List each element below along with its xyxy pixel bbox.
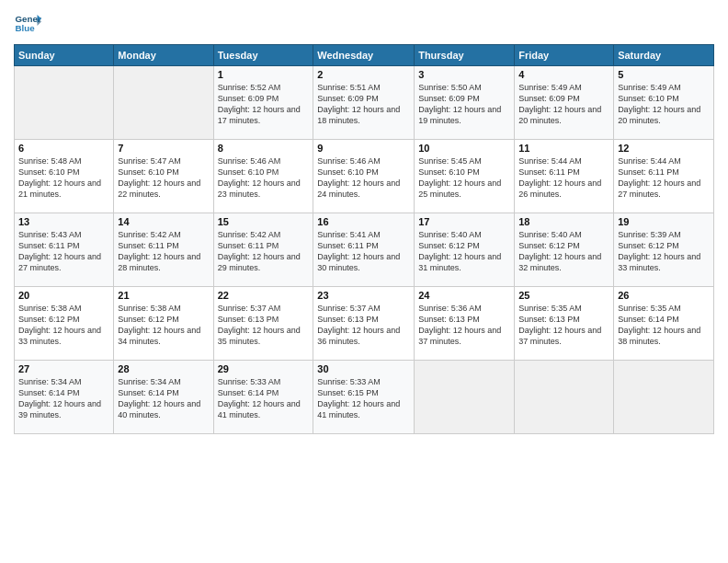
calendar-cell: 18Sunrise: 5:40 AM Sunset: 6:12 PM Dayli… [515,213,614,287]
calendar-cell: 4Sunrise: 5:49 AM Sunset: 6:09 PM Daylig… [515,66,614,140]
calendar-cell: 13Sunrise: 5:43 AM Sunset: 6:11 PM Dayli… [15,213,114,287]
day-info: Sunrise: 5:42 AM Sunset: 6:11 PM Dayligh… [218,229,310,274]
day-number: 26 [618,290,710,301]
day-number: 14 [118,216,209,227]
calendar-cell [15,66,114,140]
day-info: Sunrise: 5:33 AM Sunset: 6:15 PM Dayligh… [317,376,410,421]
day-info: Sunrise: 5:37 AM Sunset: 6:13 PM Dayligh… [218,303,310,348]
day-number: 29 [218,363,310,374]
calendar-cell: 17Sunrise: 5:40 AM Sunset: 6:12 PM Dayli… [415,213,515,287]
calendar-cell: 21Sunrise: 5:38 AM Sunset: 6:12 PM Dayli… [114,287,213,361]
day-number: 23 [317,290,410,301]
weekday-header-sunday: Sunday [15,45,114,66]
day-number: 6 [18,143,109,154]
calendar-cell: 15Sunrise: 5:42 AM Sunset: 6:11 PM Dayli… [213,213,313,287]
day-number: 2 [317,69,410,80]
calendar-cell: 24Sunrise: 5:36 AM Sunset: 6:13 PM Dayli… [415,287,515,361]
calendar-cell: 19Sunrise: 5:39 AM Sunset: 6:12 PM Dayli… [614,213,714,287]
day-info: Sunrise: 5:43 AM Sunset: 6:11 PM Dayligh… [18,229,109,274]
weekday-header-saturday: Saturday [614,45,714,66]
weekday-header-wednesday: Wednesday [313,45,415,66]
day-number: 12 [618,143,710,154]
day-info: Sunrise: 5:49 AM Sunset: 6:10 PM Dayligh… [618,82,710,127]
day-info: Sunrise: 5:33 AM Sunset: 6:14 PM Dayligh… [218,376,310,421]
calendar-cell: 12Sunrise: 5:44 AM Sunset: 6:11 PM Dayli… [614,140,714,213]
day-number: 3 [418,69,510,80]
calendar-cell: 6Sunrise: 5:48 AM Sunset: 6:10 PM Daylig… [15,140,114,213]
logo: General Blue [14,9,41,37]
day-info: Sunrise: 5:52 AM Sunset: 6:09 PM Dayligh… [218,82,310,127]
day-info: Sunrise: 5:47 AM Sunset: 6:10 PM Dayligh… [118,155,209,201]
calendar-cell: 26Sunrise: 5:35 AM Sunset: 6:14 PM Dayli… [614,287,714,361]
calendar-cell: 22Sunrise: 5:37 AM Sunset: 6:13 PM Dayli… [213,287,313,361]
day-number: 28 [118,363,209,374]
day-info: Sunrise: 5:38 AM Sunset: 6:12 PM Dayligh… [118,303,209,348]
day-info: Sunrise: 5:49 AM Sunset: 6:09 PM Dayligh… [518,82,609,127]
day-number: 19 [618,216,710,227]
day-number: 10 [418,143,510,154]
day-info: Sunrise: 5:48 AM Sunset: 6:10 PM Dayligh… [18,155,109,201]
calendar-cell: 2Sunrise: 5:51 AM Sunset: 6:09 PM Daylig… [313,66,415,140]
day-number: 1 [218,69,310,80]
day-number: 16 [317,216,410,227]
day-number: 20 [18,290,109,301]
day-info: Sunrise: 5:41 AM Sunset: 6:11 PM Dayligh… [317,229,410,274]
day-number: 22 [218,290,310,301]
calendar-cell [114,66,213,140]
calendar-cell: 29Sunrise: 5:33 AM Sunset: 6:14 PM Dayli… [213,361,313,434]
day-number: 21 [118,290,209,301]
calendar-cell: 20Sunrise: 5:38 AM Sunset: 6:12 PM Dayli… [15,287,114,361]
calendar-cell: 28Sunrise: 5:34 AM Sunset: 6:14 PM Dayli… [114,361,213,434]
day-info: Sunrise: 5:34 AM Sunset: 6:14 PM Dayligh… [18,376,109,421]
day-info: Sunrise: 5:40 AM Sunset: 6:12 PM Dayligh… [518,229,609,274]
calendar-cell: 16Sunrise: 5:41 AM Sunset: 6:11 PM Dayli… [313,213,415,287]
day-number: 4 [518,69,609,80]
day-number: 13 [18,216,109,227]
day-info: Sunrise: 5:50 AM Sunset: 6:09 PM Dayligh… [418,82,510,127]
day-number: 11 [518,143,609,154]
weekday-header-monday: Monday [114,45,213,66]
day-info: Sunrise: 5:40 AM Sunset: 6:12 PM Dayligh… [418,229,510,274]
day-number: 30 [317,363,410,374]
svg-text:Blue: Blue [16,23,36,33]
calendar-cell: 25Sunrise: 5:35 AM Sunset: 6:13 PM Dayli… [515,287,614,361]
calendar-cell: 9Sunrise: 5:46 AM Sunset: 6:10 PM Daylig… [313,140,415,213]
weekday-header-tuesday: Tuesday [213,45,313,66]
calendar-cell: 8Sunrise: 5:46 AM Sunset: 6:10 PM Daylig… [213,140,313,213]
day-info: Sunrise: 5:36 AM Sunset: 6:13 PM Dayligh… [418,303,510,348]
day-info: Sunrise: 5:38 AM Sunset: 6:12 PM Dayligh… [18,303,109,348]
day-info: Sunrise: 5:44 AM Sunset: 6:11 PM Dayligh… [518,155,609,201]
day-info: Sunrise: 5:51 AM Sunset: 6:09 PM Dayligh… [317,82,410,127]
logo-icon: General Blue [14,9,41,37]
calendar-cell [415,361,515,434]
calendar-cell: 3Sunrise: 5:50 AM Sunset: 6:09 PM Daylig… [415,66,515,140]
calendar-cell: 23Sunrise: 5:37 AM Sunset: 6:13 PM Dayli… [313,287,415,361]
calendar-cell: 7Sunrise: 5:47 AM Sunset: 6:10 PM Daylig… [114,140,213,213]
weekday-header-thursday: Thursday [415,45,515,66]
calendar-cell: 14Sunrise: 5:42 AM Sunset: 6:11 PM Dayli… [114,213,213,287]
day-info: Sunrise: 5:35 AM Sunset: 6:13 PM Dayligh… [518,303,609,348]
day-info: Sunrise: 5:46 AM Sunset: 6:10 PM Dayligh… [317,155,410,201]
day-number: 15 [218,216,310,227]
weekday-header-friday: Friday [515,45,614,66]
day-info: Sunrise: 5:37 AM Sunset: 6:13 PM Dayligh… [317,303,410,348]
calendar-cell: 10Sunrise: 5:45 AM Sunset: 6:10 PM Dayli… [415,140,515,213]
page-header: General Blue [14,9,714,37]
day-info: Sunrise: 5:45 AM Sunset: 6:10 PM Dayligh… [418,155,510,201]
calendar-cell [515,361,614,434]
day-info: Sunrise: 5:44 AM Sunset: 6:11 PM Dayligh… [618,155,710,201]
day-number: 25 [518,290,609,301]
calendar-cell [614,361,714,434]
day-number: 8 [218,143,310,154]
day-number: 7 [118,143,209,154]
day-number: 27 [18,363,109,374]
calendar-cell: 5Sunrise: 5:49 AM Sunset: 6:10 PM Daylig… [614,66,714,140]
calendar-table: SundayMondayTuesdayWednesdayThursdayFrid… [14,44,714,434]
day-number: 9 [317,143,410,154]
day-number: 18 [518,216,609,227]
day-info: Sunrise: 5:39 AM Sunset: 6:12 PM Dayligh… [618,229,710,274]
calendar-cell: 11Sunrise: 5:44 AM Sunset: 6:11 PM Dayli… [515,140,614,213]
calendar-cell: 30Sunrise: 5:33 AM Sunset: 6:15 PM Dayli… [313,361,415,434]
calendar-cell: 1Sunrise: 5:52 AM Sunset: 6:09 PM Daylig… [213,66,313,140]
day-info: Sunrise: 5:42 AM Sunset: 6:11 PM Dayligh… [118,229,209,274]
